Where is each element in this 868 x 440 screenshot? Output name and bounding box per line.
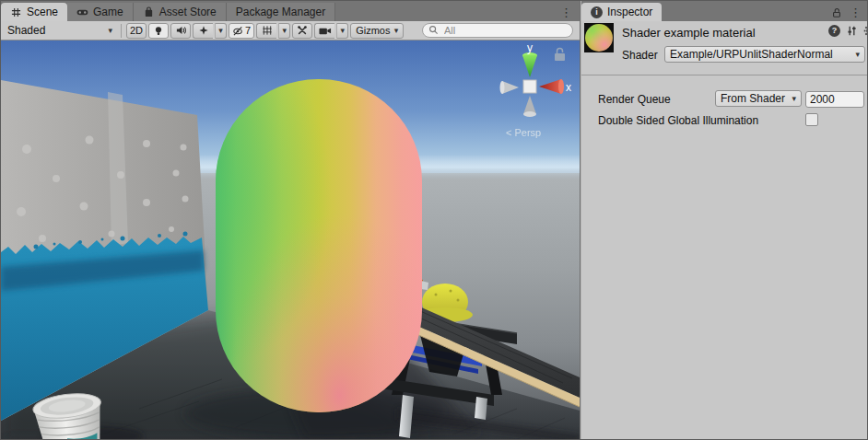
gizmos-label: Gizmos	[356, 25, 390, 36]
shader-dropdown[interactable]: Example/URPUnlitShaderNormal ▾	[664, 46, 865, 63]
double-sided-gi-label: Double Sided Global Illumination	[598, 114, 758, 127]
x-axis-cone-base	[558, 79, 564, 94]
lock-icon[interactable]	[831, 6, 842, 18]
render-queue-dropdown[interactable]: From Shader ▾	[715, 90, 802, 107]
tab-scene[interactable]: Scene	[1, 3, 67, 21]
panel-menu-icon[interactable]: ⋮	[560, 6, 572, 18]
component-tools-button[interactable]	[292, 23, 312, 39]
effects-dropdown[interactable]: ▾	[215, 23, 227, 39]
gizmo-center-cube[interactable]	[523, 80, 536, 93]
tab-asset-store[interactable]: Asset Store	[134, 3, 227, 21]
bench-front-leg-right	[475, 397, 487, 420]
audio-toggle-button[interactable]	[170, 23, 191, 39]
chevron-down-icon: ▾	[855, 51, 860, 59]
chevron-down-icon: ▾	[340, 27, 345, 35]
presets-icon[interactable]	[846, 25, 858, 37]
perspective-label[interactable]: < Persp	[506, 127, 541, 138]
tab-label: Inspector	[607, 6, 652, 18]
x-axis-label: x	[566, 81, 571, 94]
tab-label: Package Manager	[236, 6, 325, 18]
tab-label: Asset Store	[159, 6, 217, 18]
scene-viewport[interactable]: y x < Persp	[1, 41, 580, 439]
draw-mode-dropdown[interactable]: Shaded ▾	[4, 23, 116, 39]
speaker-icon	[175, 25, 187, 36]
chevron-down-icon: ▾	[218, 27, 223, 35]
tab-package-manager[interactable]: Package Manager	[227, 3, 335, 21]
chevron-down-icon: ▾	[394, 27, 399, 35]
grid-icon	[10, 6, 22, 18]
render-queue-mode: From Shader	[721, 92, 785, 105]
capsule-normal-shader[interactable]	[216, 79, 422, 412]
tab-game[interactable]: Game	[67, 3, 134, 21]
unity-editor-window: Scene Game Asset Store Package Manager ⋮	[0, 0, 868, 440]
lightbulb-icon	[153, 25, 164, 37]
tab-label: Scene	[27, 6, 58, 18]
double-sided-gi-checkbox[interactable]	[805, 113, 818, 126]
shader-value: Example/URPUnlitShaderNormal	[670, 48, 833, 61]
material-title: Shader example material	[622, 26, 756, 40]
tab-inspector[interactable]: i Inspector	[581, 3, 662, 21]
shopping-bag-icon	[143, 6, 155, 18]
shader-label: Shader	[622, 49, 658, 62]
y-axis-label: y	[527, 41, 533, 54]
inspector-tabstrip: i Inspector ⋮	[581, 1, 868, 21]
crossed-tools-icon	[297, 25, 308, 36]
gizmos-dropdown[interactable]: Gizmos ▾	[350, 23, 404, 39]
section-separator	[581, 75, 868, 75]
gear-icon[interactable]	[863, 25, 868, 37]
camera-settings-button[interactable]	[314, 23, 334, 39]
gamepad-icon	[76, 6, 88, 18]
eye-slash-icon	[232, 25, 244, 37]
minus-x-cone-base	[500, 81, 505, 94]
sparkle-icon	[198, 25, 209, 36]
search-input[interactable]	[442, 24, 567, 37]
material-preview-sphere	[585, 24, 613, 52]
info-icon: i	[591, 6, 603, 18]
scene-panel: Scene Game Asset Store Package Manager ⋮	[1, 1, 580, 439]
chevron-down-icon: ▾	[282, 27, 287, 35]
inspector-panel: i Inspector ⋮ Shader example material ?	[581, 1, 868, 439]
material-preview-tile[interactable]	[584, 23, 614, 52]
draw-mode-label: Shaded	[7, 24, 45, 37]
panel-menu-icon[interactable]: ⋮	[850, 6, 862, 18]
scene-search-field[interactable]	[422, 23, 573, 38]
tab-label: Game	[93, 6, 123, 18]
scene-toolbar: Shaded ▾ 2D ▾	[1, 21, 580, 41]
toggle-2d-button[interactable]: 2D	[126, 23, 147, 39]
grid-visibility-button[interactable]	[256, 23, 276, 39]
chevron-down-icon: ▾	[792, 95, 796, 103]
help-icon[interactable]: ?	[828, 25, 840, 37]
effects-toggle-button[interactable]	[193, 23, 213, 39]
scene-tabstrip: Scene Game Asset Store Package Manager ⋮	[1, 1, 580, 21]
render-queue-label: Render Queue	[598, 93, 671, 106]
camera-dropdown[interactable]: ▾	[336, 23, 348, 39]
chevron-down-icon: ▾	[108, 27, 112, 35]
hidden-count-label: 7	[245, 25, 251, 36]
render-queue-value-field[interactable]	[805, 91, 864, 108]
lighting-toggle-button[interactable]	[148, 23, 169, 39]
search-icon	[428, 25, 440, 36]
z-cone-base	[523, 111, 536, 117]
grid-dropdown[interactable]: ▾	[278, 23, 290, 39]
scene-visibility-button[interactable]: 7	[229, 23, 254, 39]
toolbar-separator	[121, 24, 122, 38]
grid-icon	[262, 25, 273, 36]
camera-icon	[319, 26, 332, 36]
